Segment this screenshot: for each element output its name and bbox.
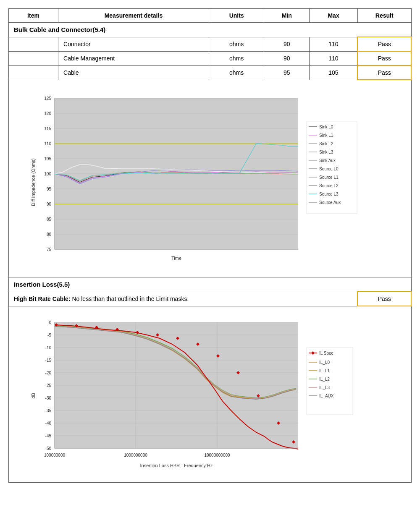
main-table: Item Measurement details Units Min Max R…: [8, 8, 412, 483]
hbr-label: High Bit Rate Cable:: [14, 295, 71, 302]
svg-text:Sink L1: Sink L1: [319, 133, 333, 138]
svg-text:-35: -35: [45, 408, 51, 413]
svg-text:-50: -50: [45, 446, 51, 451]
svg-text:105: 105: [44, 157, 51, 161]
svg-text:Sink L0: Sink L0: [319, 125, 333, 129]
hbr-desc: No less than that outlined in the Limit …: [71, 295, 189, 302]
col-item: Item: [9, 9, 58, 23]
svg-text:125: 125: [44, 96, 51, 101]
chart1-legend: Sink L0 Sink L1 Sink L2 Sink L3: [307, 121, 357, 214]
col-max: Max: [310, 9, 358, 23]
svg-text:120: 120: [44, 111, 51, 116]
svg-text:100: 100: [44, 172, 51, 176]
chart2-ylabel: dB: [31, 393, 36, 398]
svg-text:110: 110: [44, 141, 51, 146]
chart2-svg: dB 0 -5 -10: [27, 316, 393, 471]
svg-text:Source L3: Source L3: [319, 192, 339, 196]
svg-text:-5: -5: [47, 333, 51, 337]
hbr-row: High Bit Rate Cable: No less than that o…: [9, 292, 412, 306]
svg-text:Source L0: Source L0: [319, 167, 339, 171]
svg-text:-15: -15: [45, 358, 51, 363]
col-measurement: Measurement details: [58, 9, 209, 23]
svg-text:Source Aux: Source Aux: [319, 200, 341, 205]
section2-header: Insertion Loss(5.5): [9, 277, 412, 292]
svg-text:IL_AUX: IL_AUX: [319, 394, 334, 398]
svg-text:95: 95: [47, 187, 52, 191]
chart2-row: dB 0 -5 -10: [9, 306, 412, 483]
col-min: Min: [264, 9, 310, 23]
col-result: Result: [357, 9, 411, 23]
svg-text:-30: -30: [45, 396, 51, 400]
svg-text:Sink Aux: Sink Aux: [319, 158, 336, 163]
svg-text:IL_L3: IL_L3: [319, 385, 330, 390]
svg-text:90: 90: [47, 202, 52, 207]
table-row: Cable Management ohms 90 110 Pass: [9, 51, 412, 65]
chart1-xlabel: Time: [171, 256, 181, 261]
svg-text:Source L2: Source L2: [319, 183, 339, 188]
chart2-container: dB 0 -5 -10: [14, 310, 406, 479]
svg-text:IL Spec: IL Spec: [319, 351, 333, 356]
chart1-row: Diff Impedence (Ohms) 125: [9, 80, 412, 277]
svg-text:IL_L1: IL_L1: [319, 369, 330, 373]
svg-text:1000000000: 1000000000: [124, 453, 147, 457]
chart2-legend: IL Spec IL_L0 IL_L1 IL_: [307, 348, 353, 415]
svg-text:Source L1: Source L1: [319, 175, 339, 180]
chart1-ylabel: Diff Impedence (Ohms): [31, 158, 36, 206]
hbr-result: Pass: [357, 292, 411, 306]
table-row: Connector ohms 90 110 Pass: [9, 37, 412, 51]
chart1-svg: Diff Impedence (Ohms) 125: [27, 90, 393, 266]
chart1-container: Diff Impedence (Ohms) 125: [14, 84, 406, 274]
svg-text:-45: -45: [45, 434, 51, 438]
svg-text:10000000000: 10000000000: [204, 453, 230, 457]
svg-text:IL_L0: IL_L0: [319, 360, 330, 365]
svg-text:0: 0: [49, 320, 51, 325]
svg-text:100000000: 100000000: [44, 453, 65, 457]
svg-text:115: 115: [44, 126, 51, 131]
svg-text:Sink L3: Sink L3: [319, 150, 333, 154]
svg-text:80: 80: [47, 232, 52, 237]
table-row: Cable ohms 95 105 Pass: [9, 65, 412, 80]
chart2-xlabel: Insertion Loss HBR - Frequency Hz: [140, 463, 213, 468]
svg-text:-40: -40: [45, 421, 51, 426]
svg-text:-25: -25: [45, 383, 51, 388]
svg-text:-20: -20: [45, 371, 51, 375]
svg-text:75: 75: [47, 247, 52, 252]
svg-text:IL_L2: IL_L2: [319, 377, 330, 382]
svg-text:-10: -10: [45, 345, 51, 350]
svg-text:85: 85: [47, 217, 52, 222]
section1-header: Bulk Cable and Connector(5.4): [9, 23, 412, 37]
col-units: Units: [209, 9, 264, 23]
svg-text:Sink L2: Sink L2: [319, 141, 333, 146]
